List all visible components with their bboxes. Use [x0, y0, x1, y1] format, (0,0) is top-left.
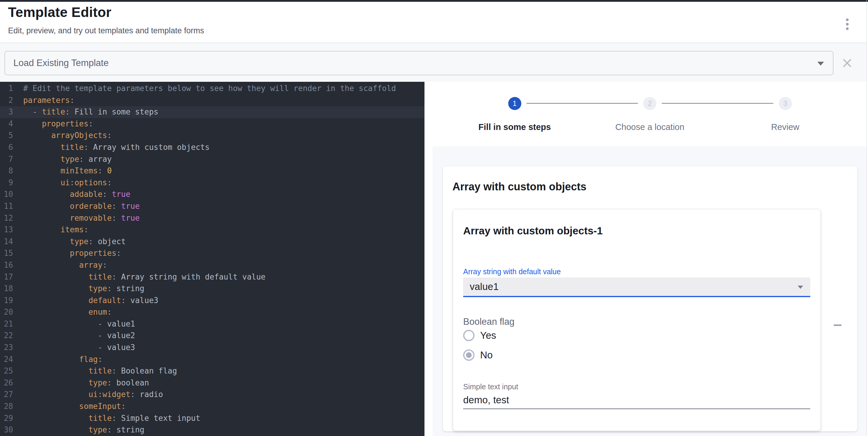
line-number: 9	[0, 177, 13, 189]
radio-selected-icon	[463, 349, 474, 361]
code-text: someInput:	[23, 401, 126, 412]
code-text: parameters:	[23, 95, 74, 106]
line-number: 5	[0, 130, 13, 141]
step-fill-in-some-steps[interactable]: 1Fill in some steps	[478, 97, 551, 132]
line-number: 8	[0, 165, 13, 177]
code-line-22[interactable]: 22 - value2	[0, 330, 425, 342]
code-line-25[interactable]: 25 title: Boolean flag	[0, 365, 425, 377]
code-text: properties:	[23, 247, 121, 259]
step-review[interactable]: 3Review	[771, 97, 799, 132]
code-line-4[interactable]: 4 properties:	[0, 118, 425, 130]
code-line-16[interactable]: 16 array:	[0, 259, 425, 271]
code-line-13[interactable]: 13 items:	[0, 224, 425, 236]
code-text: - value2	[23, 330, 135, 342]
line-number: 25	[0, 365, 13, 377]
radio-group-label: Boolean flag	[463, 316, 810, 328]
line-number: 11	[0, 200, 13, 212]
code-line-11[interactable]: 11 orderable: true	[0, 200, 425, 212]
step-choose-a-location[interactable]: 2Choose a location	[615, 97, 684, 132]
code-text: type: string	[23, 424, 144, 436]
code-line-3[interactable]: 3 - title: Fill in some steps	[0, 106, 425, 118]
line-number: 21	[0, 318, 13, 330]
line-number: 3	[0, 106, 13, 118]
radio-label: Yes	[480, 330, 496, 341]
step-number-badge: 2	[643, 97, 656, 110]
code-text: ui:options:	[23, 177, 112, 189]
load-existing-template-select[interactable]: Load Existing Template	[4, 51, 834, 75]
line-number: 28	[0, 401, 13, 412]
step-label: Choose a location	[615, 122, 684, 132]
code-line-30[interactable]: 30 type: string	[0, 424, 425, 436]
code-text: arrayObjects:	[23, 130, 112, 141]
page-title: Template Editor	[8, 4, 111, 20]
code-line-8[interactable]: 8 minItems: 0	[0, 165, 425, 177]
step-label: Review	[771, 122, 799, 132]
form-preview-section: Array with custom objects Array with cus…	[433, 146, 867, 436]
line-number: 6	[0, 141, 13, 154]
code-line-27[interactable]: 27 ui:widget: radio	[0, 389, 425, 401]
step-number-badge: 3	[779, 97, 792, 110]
code-line-28[interactable]: 28 someInput:	[0, 401, 425, 412]
step-label: Fill in some steps	[478, 122, 551, 132]
line-number: 29	[0, 412, 13, 425]
code-line-23[interactable]: 23 - value3	[0, 342, 425, 354]
array-item-title: Array with custom objects-1	[463, 225, 810, 237]
close-button[interactable]	[840, 56, 854, 70]
code-text: title: Boolean flag	[23, 365, 177, 377]
code-text: addable: true	[23, 189, 130, 200]
code-line-12[interactable]: 12 removable: true	[0, 212, 425, 224]
line-number: 12	[0, 212, 13, 224]
code-line-18[interactable]: 18 type: string	[0, 283, 425, 295]
preview-panel: 1Fill in some steps2Choose a location3Re…	[425, 82, 867, 436]
code-text: flag:	[23, 354, 102, 366]
code-line-9[interactable]: 9 ui:options:	[0, 177, 425, 189]
line-number: 15	[0, 247, 13, 259]
radio-option-no[interactable]: No	[463, 349, 810, 361]
code-line-10[interactable]: 10 addable: true	[0, 189, 425, 200]
code-line-29[interactable]: 29 title: Simple text input	[0, 412, 425, 425]
code-text: title: Array string with default value	[23, 271, 266, 283]
more-options-button[interactable]	[840, 15, 854, 33]
code-text: type: object	[23, 236, 126, 248]
radio-option-yes[interactable]: Yes	[463, 330, 810, 341]
code-line-6[interactable]: 6 title: Array with custom objects	[0, 141, 425, 154]
yaml-code-editor[interactable]: 1# Edit the template parameters below to…	[0, 82, 425, 436]
select-field-label: Array string with default value	[463, 267, 810, 276]
line-number: 20	[0, 306, 13, 318]
code-text: orderable: true	[23, 200, 140, 212]
code-line-26[interactable]: 26 type: boolean	[0, 377, 425, 389]
code-line-5[interactable]: 5 arrayObjects:	[0, 130, 425, 141]
code-text: minItems: 0	[23, 165, 112, 177]
page-header: Template Editor Edit, preview, and try o…	[0, 2, 867, 43]
line-number: 27	[0, 389, 13, 401]
code-line-20[interactable]: 20 enum:	[0, 306, 425, 318]
kebab-dot-icon	[846, 19, 849, 21]
radio-unselected-icon	[463, 330, 474, 341]
minus-icon	[834, 325, 841, 326]
template-toolbar: Load Existing Template	[0, 43, 867, 82]
line-number: 14	[0, 236, 13, 248]
code-text: items:	[23, 224, 88, 236]
kebab-dot-icon	[846, 23, 849, 26]
code-line-24[interactable]: 24 flag:	[0, 354, 425, 366]
code-line-21[interactable]: 21 - value1	[0, 318, 425, 330]
array-string-select[interactable]: value1	[463, 277, 810, 297]
code-line-19[interactable]: 19 default: value3	[0, 295, 425, 307]
code-text: array:	[23, 259, 107, 271]
code-line-7[interactable]: 7 type: array	[0, 154, 425, 165]
line-number: 26	[0, 377, 13, 389]
code-line-17[interactable]: 17 title: Array string with default valu…	[0, 271, 425, 283]
step-connector	[662, 103, 773, 104]
step-number-badge: 1	[508, 97, 521, 110]
code-line-15[interactable]: 15 properties:	[0, 247, 425, 259]
radio-group: YesNo	[463, 328, 810, 361]
simple-text-input[interactable]: demo, test	[463, 394, 810, 406]
text-field-label: Simple text input	[463, 382, 810, 391]
remove-item-button[interactable]	[831, 318, 845, 332]
code-text: properties:	[23, 118, 93, 130]
array-item-card: Array with custom objects-1 Array string…	[453, 209, 821, 431]
kebab-dot-icon	[846, 27, 849, 30]
code-line-14[interactable]: 14 type: object	[0, 236, 425, 248]
code-line-2[interactable]: 2parameters:	[0, 95, 425, 106]
code-line-1[interactable]: 1# Edit the template parameters below to…	[0, 83, 425, 95]
